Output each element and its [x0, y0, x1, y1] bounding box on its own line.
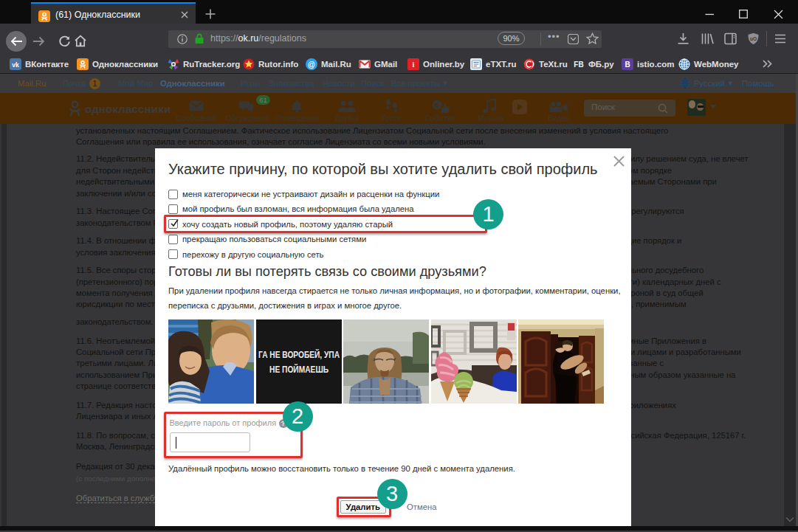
svg-text:НЕ ПОЙМАЕШЬ: НЕ ПОЙМАЕШЬ: [269, 364, 329, 375]
svg-text:FB: FB: [574, 61, 583, 69]
svg-text:5: 5: [435, 102, 438, 109]
svg-text:B: B: [625, 61, 630, 69]
svg-text:@: @: [308, 60, 315, 68]
svg-text:uO: uO: [750, 36, 757, 41]
svg-text:ГА НЕ ВОРОБЕЙ, УПА: ГА НЕ ВОРОБЕЙ, УПА: [258, 349, 340, 360]
svg-text:i: i: [413, 61, 415, 69]
svg-text:vk: vk: [12, 61, 19, 68]
